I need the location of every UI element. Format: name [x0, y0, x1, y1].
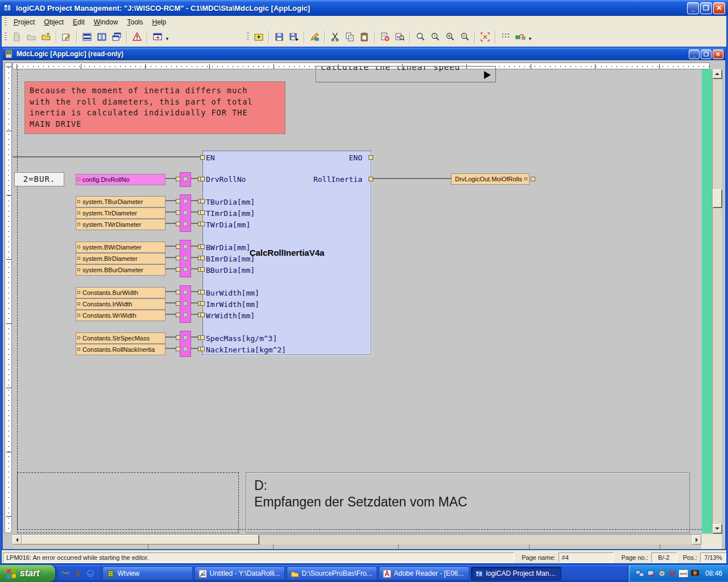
scroll-down-button[interactable]	[713, 524, 722, 533]
connector-inner	[183, 347, 188, 351]
quicklaunch-browser-icon[interactable]	[61, 569, 70, 578]
window-select-dropdown[interactable]: ▼	[165, 36, 169, 41]
signal-wrwidth[interactable]: Constants.WrWidth	[76, 310, 166, 321]
signal-tburdiameter[interactable]: system.TBurDiameter	[76, 196, 166, 207]
cut-button[interactable]	[328, 30, 342, 44]
task-adobe-reader[interactable]: Adobe Reader - [E06...	[379, 567, 469, 580]
connector-block[interactable]	[180, 285, 191, 323]
task-wtview[interactable]: Wtview	[102, 567, 193, 580]
case-label-box[interactable]: 2=BUR.	[14, 172, 64, 186]
menu-edit[interactable]: Edit	[68, 17, 89, 27]
zoom-in-button[interactable]	[442, 30, 457, 44]
delete-object-button[interactable]	[378, 30, 392, 44]
editor-close-button[interactable]: ✕	[713, 49, 723, 59]
zoom-region-button[interactable]	[413, 30, 428, 44]
menu-help[interactable]: Help	[147, 17, 171, 27]
toolbar-separator	[410, 31, 411, 43]
connector-block[interactable]	[180, 172, 191, 187]
connector-block[interactable]	[180, 331, 191, 357]
signal-rollnackinertia[interactable]: Constants.RollNackInertia	[76, 344, 166, 355]
minimize-button[interactable]: _	[687, 2, 699, 14]
zoom-out-button[interactable]	[457, 30, 472, 44]
signal-bwrdiameter[interactable]: system.BWrDiameter	[76, 242, 166, 253]
tab-divider	[398, 544, 399, 549]
open-project-button[interactable]	[24, 30, 39, 44]
menu-window[interactable]: Window	[89, 17, 123, 27]
block-pin	[200, 244, 205, 249]
new-document-button[interactable]	[9, 30, 24, 44]
signal-output-moiofrolls[interactable]: DrvLogicOut.MoiOfRolls	[451, 173, 530, 185]
signal-twrdiameter[interactable]: system.TWrDiameter	[76, 219, 166, 230]
signal-pin	[77, 246, 80, 248]
quicklaunch-app-icon[interactable]	[73, 569, 82, 578]
signal-tirdiameter[interactable]: system.TIrDiameter	[76, 207, 166, 219]
task-untitled[interactable]: Untitled - Y:\DataRolli...	[195, 567, 285, 580]
page-tab-strip[interactable]	[13, 544, 701, 549]
paste-button[interactable]	[357, 30, 372, 44]
xml-tray-icon[interactable]: xml	[679, 569, 688, 577]
toolbar-gripper[interactable]	[5, 32, 7, 41]
grid-button[interactable]	[498, 30, 513, 44]
block-pin	[200, 313, 205, 317]
comment-box[interactable]: Because the moment of inertia differs mu…	[24, 81, 286, 134]
split-horizontal-button[interactable]	[80, 30, 94, 44]
connection-mode-dropdown[interactable]: ▼	[528, 36, 532, 41]
cascade-windows-button[interactable]	[109, 30, 124, 44]
parent-folder-button[interactable]	[251, 30, 266, 44]
editor-minimize-button[interactable]: _	[689, 49, 700, 59]
audio-tray-icon[interactable]	[658, 569, 666, 577]
copy-button[interactable]	[342, 30, 357, 44]
save-button[interactable]	[272, 30, 287, 44]
signal-bburdiameter[interactable]: system.BBurDiameter	[76, 264, 166, 276]
vertical-scrollbar[interactable]	[712, 69, 722, 533]
menu-tools[interactable]: Tools	[122, 17, 147, 27]
network-tray-icon[interactable]	[635, 569, 644, 577]
device-tray-icon[interactable]	[647, 569, 656, 577]
task-label: logiCAD Project Mana...	[486, 569, 557, 577]
menubar-gripper[interactable]	[5, 18, 7, 26]
toolbar-gripper-2[interactable]	[247, 32, 249, 41]
antivirus-tray-icon[interactable]	[668, 569, 676, 577]
signal-irwidth[interactable]: Constants.IrWidth	[76, 298, 166, 310]
scroll-right-button[interactable]	[692, 535, 701, 544]
zoom-page-button[interactable]	[392, 30, 407, 44]
menu-project[interactable]: Project	[9, 17, 39, 27]
connection-mode-button[interactable]	[513, 30, 528, 44]
menu-object[interactable]: Object	[39, 17, 68, 27]
connector-block[interactable]	[180, 194, 191, 232]
connector-inner	[183, 256, 188, 260]
logicad-app-icon	[3, 3, 13, 13]
split-vertical-button[interactable]	[94, 30, 109, 44]
signal-strspecmass[interactable]: Constants.StrSpecMass	[76, 332, 166, 344]
task-explorer-folder[interactable]: D:\SourceProBas\Fro...	[287, 567, 377, 580]
description-box[interactable]: D: Empfangen der Setzdaten vom MAC	[246, 472, 690, 533]
connector-inner	[183, 177, 188, 181]
object-properties-button[interactable]	[59, 30, 74, 44]
scroll-left-button[interactable]	[13, 535, 22, 544]
signal-birdiameter[interactable]: system.BIrDiameter	[76, 253, 166, 264]
empty-frame-box[interactable]	[17, 472, 239, 533]
editor-restore-button[interactable]: ❐	[701, 49, 712, 59]
message-window-button[interactable]	[130, 30, 144, 44]
restore-button[interactable]: ❐	[700, 2, 712, 14]
quicklaunch-ie-icon[interactable]	[86, 569, 95, 578]
signal-burwidth[interactable]: Constants.BurWidth	[76, 287, 166, 298]
vertical-scroll-thumb[interactable]	[713, 189, 722, 207]
horizontal-scrollbar[interactable]	[13, 534, 701, 544]
horizontal-scroll-thumb[interactable]	[22, 535, 259, 544]
close-button[interactable]: ✕	[713, 2, 725, 14]
flow-note-box[interactable]: calculate the linear speed	[316, 66, 496, 82]
zoom-time-button[interactable]	[428, 30, 442, 44]
display-tray-icon[interactable]	[690, 569, 700, 577]
scroll-up-button[interactable]	[713, 69, 722, 78]
connector-block[interactable]	[180, 240, 191, 277]
start-button[interactable]: start	[0, 565, 55, 582]
signal-config-drvrollno[interactable]: config.DrvRollNo	[76, 174, 166, 185]
open-folder-button[interactable]	[39, 30, 53, 44]
window-select-button[interactable]	[150, 30, 165, 44]
save-page-button[interactable]	[287, 30, 301, 44]
fit-view-button[interactable]	[478, 30, 493, 44]
logic-canvas[interactable]: calculate the linear speed Because the m…	[3, 60, 725, 549]
edit-mode-button[interactable]	[307, 30, 322, 44]
task-logicad[interactable]: logiCAD Project Mana...	[471, 567, 561, 580]
